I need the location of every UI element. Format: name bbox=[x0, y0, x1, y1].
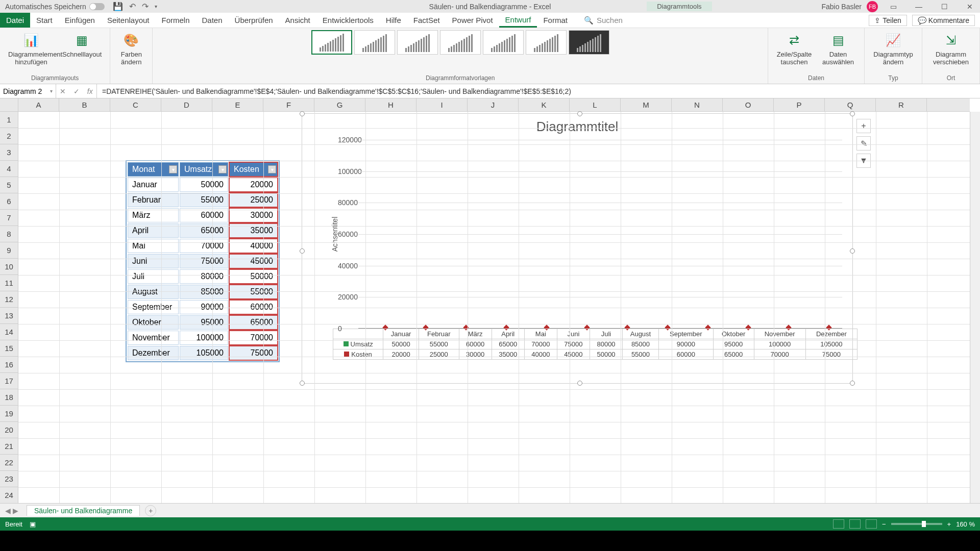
chart-data-table[interactable]: JanuarFebruarMärzAprilMaiJuniJuliAugustS… bbox=[333, 329, 857, 360]
tab-ansicht[interactable]: Ansicht bbox=[279, 13, 316, 28]
col-header[interactable]: E bbox=[212, 98, 263, 111]
col-header[interactable]: Q bbox=[825, 98, 876, 111]
qat-customize-icon[interactable]: ▾ bbox=[155, 4, 157, 9]
row-header[interactable]: 11 bbox=[0, 275, 18, 291]
col-header[interactable]: H bbox=[365, 98, 416, 111]
table-row[interactable]: März6000030000 bbox=[128, 208, 278, 222]
tab-factset[interactable]: FactSet bbox=[407, 13, 446, 28]
chart-style-thumb[interactable] bbox=[311, 30, 352, 55]
tab-seitenlayout[interactable]: Seitenlayout bbox=[101, 13, 156, 28]
chart-elements-button[interactable]: + bbox=[856, 119, 871, 133]
chart-style-thumb[interactable] bbox=[569, 30, 609, 55]
resize-handle[interactable] bbox=[850, 381, 855, 386]
col-header[interactable]: P bbox=[774, 98, 825, 111]
row-header[interactable]: 7 bbox=[0, 210, 18, 226]
resize-handle[interactable] bbox=[300, 248, 305, 254]
row-header[interactable]: 5 bbox=[0, 177, 18, 193]
tab-überprüfen[interactable]: Überprüfen bbox=[229, 13, 279, 28]
resize-handle[interactable] bbox=[577, 381, 582, 386]
table-row[interactable]: Mai7000040000 bbox=[128, 239, 278, 253]
tab-start[interactable]: Start bbox=[30, 13, 59, 28]
maximize-icon[interactable]: ☐ bbox=[934, 0, 954, 13]
table-row[interactable]: Oktober9500065000 bbox=[128, 315, 278, 330]
col-header[interactable]: A bbox=[18, 98, 59, 111]
row-header[interactable]: 9 bbox=[0, 242, 18, 259]
view-page-layout-icon[interactable] bbox=[849, 519, 861, 529]
data-table[interactable]: Monat▾ Umsatz▾ Kosten▾ Januar5000020000F… bbox=[126, 160, 280, 362]
view-page-break-icon[interactable] bbox=[866, 519, 877, 529]
tab-format[interactable]: Format bbox=[537, 13, 574, 28]
row-header[interactable]: 6 bbox=[0, 193, 18, 210]
table-row[interactable]: Dezember10500075000 bbox=[128, 346, 278, 360]
switch-row-col-button[interactable]: ⇄ Zeile/Spalte tauschen bbox=[773, 30, 815, 67]
zoom-out-icon[interactable]: − bbox=[882, 520, 886, 528]
view-normal-icon[interactable] bbox=[833, 519, 844, 529]
col-header[interactable]: L bbox=[570, 98, 621, 111]
record-macro-icon[interactable]: ▣ bbox=[30, 520, 36, 528]
sheet-nav-next-icon[interactable]: ▶ bbox=[13, 507, 18, 515]
resize-handle[interactable] bbox=[300, 111, 305, 116]
tab-formeln[interactable]: Formeln bbox=[156, 13, 196, 28]
row-header[interactable]: 4 bbox=[0, 161, 18, 177]
row-header[interactable]: 2 bbox=[0, 128, 18, 144]
add-chart-element-button[interactable]: 📊 Diagrammelement hinzufügen bbox=[5, 30, 57, 67]
col-header[interactable]: G bbox=[314, 98, 365, 111]
tab-einfügen[interactable]: Einfügen bbox=[59, 13, 101, 28]
cancel-formula-icon[interactable]: ✕ bbox=[60, 87, 66, 95]
row-header[interactable]: 20 bbox=[0, 422, 18, 438]
row-header[interactable]: 3 bbox=[0, 144, 18, 161]
col-header[interactable]: J bbox=[468, 98, 519, 111]
chart-style-thumb[interactable] bbox=[440, 30, 481, 55]
col-header[interactable]: K bbox=[519, 98, 570, 111]
col-header[interactable]: M bbox=[621, 98, 672, 111]
change-chart-type-button[interactable]: 📈 Diagrammtyp ändern bbox=[870, 30, 917, 67]
row-header[interactable]: 21 bbox=[0, 438, 18, 455]
legend-entry[interactable]: Kosten bbox=[333, 349, 383, 360]
spreadsheet-grid[interactable]: ABCDEFGHIJKLMNOPQR 123456789101112131415… bbox=[0, 98, 980, 503]
col-header[interactable]: R bbox=[876, 98, 927, 111]
table-row[interactable]: November10000070000 bbox=[128, 331, 278, 345]
row-header[interactable]: 22 bbox=[0, 455, 18, 471]
filter-icon[interactable]: ▾ bbox=[218, 165, 227, 173]
close-icon[interactable]: ✕ bbox=[960, 0, 980, 13]
chart-title[interactable]: Diagrammtitel bbox=[302, 114, 852, 140]
filter-icon[interactable]: ▾ bbox=[268, 165, 276, 173]
save-icon[interactable]: 💾 bbox=[113, 2, 123, 11]
fx-icon[interactable]: fx bbox=[87, 87, 93, 95]
tab-file[interactable]: Datei bbox=[0, 13, 30, 28]
row-header[interactable]: 16 bbox=[0, 357, 18, 373]
minimize-icon[interactable]: — bbox=[909, 0, 929, 13]
row-header[interactable]: 23 bbox=[0, 471, 18, 487]
name-box[interactable]: Diagramm 2 ▾ bbox=[0, 84, 56, 98]
resize-handle[interactable] bbox=[577, 111, 582, 116]
vertical-scrollbar[interactable] bbox=[970, 112, 980, 503]
row-header[interactable]: 19 bbox=[0, 406, 18, 422]
chevron-down-icon[interactable]: ▾ bbox=[50, 88, 53, 94]
tab-entwurf[interactable]: Entwurf bbox=[499, 13, 537, 28]
col-header[interactable]: C bbox=[110, 98, 161, 111]
table-row[interactable]: Juni7500045000 bbox=[128, 254, 278, 268]
row-header[interactable]: 10 bbox=[0, 259, 18, 275]
toggle-switch-icon[interactable] bbox=[89, 3, 105, 10]
row-header[interactable]: 1 bbox=[0, 112, 18, 128]
move-chart-button[interactable]: ⇲ Diagramm verschieben bbox=[927, 30, 974, 67]
tab-hilfe[interactable]: Hilfe bbox=[380, 13, 407, 28]
change-colors-button[interactable]: 🎨 Farben ändern bbox=[115, 30, 147, 67]
filter-icon[interactable]: ▾ bbox=[169, 165, 177, 173]
col-header[interactable]: N bbox=[672, 98, 723, 111]
search-box[interactable]: 🔍 Suchen bbox=[584, 16, 623, 25]
chart-styles-button[interactable]: ✎ bbox=[856, 136, 871, 151]
ribbon-options-icon[interactable]: ▭ bbox=[883, 0, 903, 13]
zoom-in-icon[interactable]: + bbox=[947, 520, 951, 528]
cells-area[interactable]: Monat▾ Umsatz▾ Kosten▾ Januar5000020000F… bbox=[18, 112, 970, 503]
resize-handle[interactable] bbox=[300, 381, 305, 386]
comments-button[interactable]: 💬 Kommentare bbox=[912, 15, 975, 26]
add-sheet-button[interactable]: + bbox=[145, 505, 156, 516]
table-row[interactable]: Februar5500025000 bbox=[128, 193, 278, 207]
chart-plot-area[interactable]: Achsentitel 0200004000060000800001000001… bbox=[333, 140, 842, 329]
row-header[interactable]: 12 bbox=[0, 291, 18, 308]
row-header[interactable]: 17 bbox=[0, 373, 18, 389]
chart-style-thumb[interactable] bbox=[526, 30, 567, 55]
select-all-corner[interactable] bbox=[0, 98, 18, 112]
resize-handle[interactable] bbox=[850, 248, 855, 254]
